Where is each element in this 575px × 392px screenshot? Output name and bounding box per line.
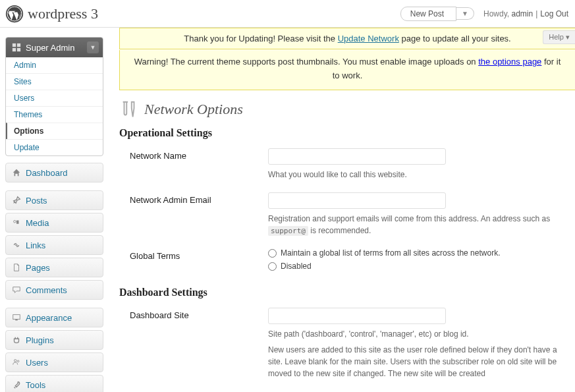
site-title[interactable]: wordpress 3 [28, 5, 98, 22]
menu-dashboard[interactable]: Dashboard [5, 163, 103, 182]
submenu-themes[interactable]: Themes [6, 106, 103, 123]
pin-icon [11, 195, 22, 206]
dashboard-site-input[interactable] [268, 308, 446, 324]
comment-icon [11, 285, 22, 295]
users-icon [11, 357, 22, 368]
tools-icon [11, 379, 22, 390]
dashboard-site-label: Dashboard Site [130, 308, 268, 320]
warning-notice: Warning! The current theme supports post… [119, 50, 575, 90]
menu-posts[interactable]: Posts [5, 190, 103, 210]
appearance-icon [11, 312, 22, 323]
network-name-input[interactable] [268, 148, 446, 165]
profile-link[interactable]: admin [511, 9, 533, 18]
page-icon [11, 262, 22, 273]
link-icon [11, 240, 22, 250]
menu-super-admin[interactable]: Super Admin ▼ [6, 38, 103, 57]
dashboard-site-desc1: Site path ('dashboard', 'control', 'mana… [268, 328, 568, 340]
submenu-options[interactable]: Options [6, 123, 103, 139]
submenu-update[interactable]: Update [6, 139, 103, 155]
menu-tools[interactable]: Tools [5, 375, 103, 392]
wordpress-logo-icon [5, 5, 24, 23]
svg-rect-5 [13, 48, 16, 51]
menu-links[interactable]: Links [5, 235, 103, 255]
svg-point-7 [14, 221, 16, 223]
section-dashboard: Dashboard Settings [119, 287, 575, 298]
network-email-desc: Registration and support emails will com… [268, 213, 568, 237]
svg-rect-4 [17, 43, 20, 47]
logout-link[interactable]: Log Out [540, 9, 568, 18]
network-name-label: Network Name [130, 148, 268, 161]
svg-point-10 [14, 360, 17, 362]
collapse-icon: ▼ [87, 42, 99, 53]
update-notice: Thank you for Updating! Please visit the… [119, 28, 575, 49]
network-name-desc: What you would like to call this website… [268, 169, 568, 181]
menu-users[interactable]: Users [5, 352, 103, 372]
menu-plugins[interactable]: Plugins [5, 330, 103, 350]
menu-pages[interactable]: Pages [5, 258, 103, 277]
submenu-users[interactable]: Users [6, 90, 103, 106]
svg-rect-9 [15, 320, 18, 321]
media-icon [11, 217, 22, 228]
home-icon [11, 167, 22, 178]
sites-icon [11, 42, 22, 53]
new-post-button[interactable]: New Post [400, 7, 456, 21]
update-network-link[interactable]: Update Network [338, 34, 399, 43]
network-email-label: Network Admin Email [130, 192, 268, 205]
tools-page-icon [119, 99, 139, 119]
help-tab[interactable]: Help ▾ [543, 30, 575, 44]
menu-comments[interactable]: Comments [5, 280, 103, 300]
plugin-icon [11, 335, 22, 345]
section-operational: Operational Settings [119, 127, 575, 139]
new-post-dropdown[interactable]: ▼ [456, 7, 474, 20]
howdy-text: Howdy, [483, 9, 511, 18]
submenu-sites[interactable]: Sites [6, 73, 103, 90]
page-title: Network Options [144, 101, 243, 118]
svg-rect-8 [13, 315, 20, 320]
svg-rect-3 [13, 43, 16, 47]
menu-media[interactable]: Media [5, 213, 103, 233]
svg-point-11 [17, 360, 19, 362]
dashboard-site-desc2: New users are added to this site as the … [268, 344, 568, 379]
submenu-admin[interactable]: Admin [6, 57, 103, 73]
menu-appearance[interactable]: Appearance [5, 308, 103, 327]
global-terms-label: Global Terms [130, 248, 268, 261]
network-email-input[interactable] [268, 192, 446, 209]
global-terms-radio-off[interactable] [268, 262, 277, 271]
svg-rect-6 [17, 48, 20, 51]
global-terms-radio-on[interactable] [268, 249, 277, 258]
options-page-link[interactable]: the options page [478, 57, 541, 67]
